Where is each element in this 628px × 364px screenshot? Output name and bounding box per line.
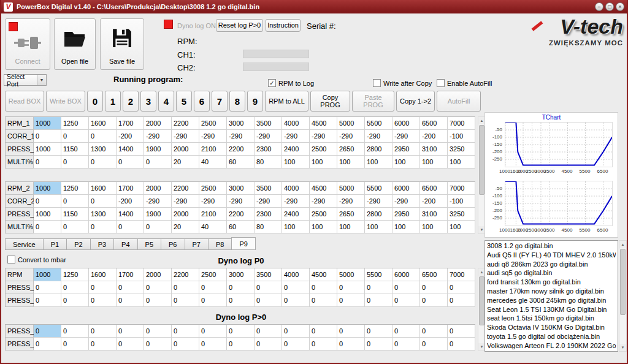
table-cell[interactable]: 0	[227, 281, 255, 294]
table-cell[interactable]: -290	[365, 130, 392, 143]
table-cell[interactable]: 0	[89, 294, 117, 307]
dropdown-arrow-icon[interactable]: ▼	[37, 75, 46, 85]
table-cell[interactable]: 4500	[310, 117, 337, 130]
table-cell[interactable]: 0	[227, 338, 255, 351]
table-cell[interactable]: 3000	[227, 268, 255, 281]
table-cell[interactable]: 5500	[365, 268, 392, 281]
checkbox-icon[interactable]	[437, 79, 445, 87]
table-cell[interactable]: -200	[117, 130, 144, 143]
table-cell[interactable]: -290	[392, 130, 420, 143]
table-cell[interactable]: 0	[117, 294, 144, 307]
table-cell[interactable]: 1250	[61, 268, 89, 281]
table-cell[interactable]: 100	[337, 221, 365, 233]
copy-prog-button[interactable]: Copy PROG	[310, 91, 350, 112]
table-cell[interactable]: 0	[117, 156, 144, 169]
table-cell[interactable]: 1250	[61, 117, 89, 130]
table-cell[interactable]: 80	[255, 156, 282, 169]
table-cell[interactable]: 1400	[117, 208, 144, 221]
table-cell[interactable]: 6000	[392, 117, 420, 130]
table-cell[interactable]: -290	[282, 195, 310, 208]
table-cell[interactable]: 60	[227, 156, 255, 169]
table-cell[interactable]: 2200	[172, 117, 199, 130]
table-cell[interactable]: 3500	[255, 268, 282, 281]
table-cell[interactable]: 0	[34, 338, 61, 351]
table-cell[interactable]: 2100	[199, 143, 227, 156]
tab-p6[interactable]: P6	[161, 238, 184, 250]
digit-button-6[interactable]: 6	[194, 91, 210, 112]
table-cell[interactable]: -290	[199, 195, 227, 208]
table-cell[interactable]: -290	[144, 130, 172, 143]
table-cell[interactable]: 0	[89, 156, 117, 169]
table-cell[interactable]: 2500	[199, 182, 227, 195]
table-cell[interactable]: -290	[199, 130, 227, 143]
tab-p3[interactable]: P3	[90, 238, 113, 250]
table-cell[interactable]: 0	[448, 281, 475, 294]
table-cell[interactable]: 1150	[61, 143, 89, 156]
table-cell[interactable]: 0	[117, 325, 144, 338]
scroll-up-icon[interactable]: ▲	[619, 241, 626, 248]
table-cell[interactable]: 1600	[89, 268, 117, 281]
table-cell[interactable]: 6500	[420, 268, 448, 281]
table-cell[interactable]: 0	[144, 325, 172, 338]
table-cell[interactable]: 2650	[337, 143, 365, 156]
table-cell[interactable]: 1600	[89, 117, 117, 130]
table-cell[interactable]: -290	[172, 130, 199, 143]
tab-p2[interactable]: P2	[66, 238, 90, 250]
table-cell[interactable]: 40	[199, 156, 227, 169]
table-cell[interactable]: 1900	[144, 208, 172, 221]
table-cell[interactable]: 0	[392, 294, 420, 307]
table-cell[interactable]: 0	[199, 281, 227, 294]
table-cell[interactable]: 1400	[117, 143, 144, 156]
table-cell[interactable]: -290	[310, 195, 337, 208]
table-cell[interactable]: 2950	[392, 143, 420, 156]
file-list-item[interactable]: Seat Leon 1.5 TSI 130KM Go Digital.bin	[487, 305, 616, 314]
digit-button-7[interactable]: 7	[212, 91, 228, 112]
table-cell[interactable]: 0	[365, 338, 392, 351]
table-cell[interactable]: 0	[61, 130, 89, 143]
table-cell[interactable]: 4000	[282, 182, 310, 195]
table-cell[interactable]: 6000	[392, 268, 420, 281]
table-cell[interactable]: 0	[117, 221, 144, 233]
copy-1-to-2-button[interactable]: Copy 1->2	[396, 91, 435, 112]
table-cell[interactable]: 100	[282, 156, 310, 169]
table-cell[interactable]: -100	[448, 195, 475, 208]
table-cell[interactable]: 4000	[282, 117, 310, 130]
table-cell[interactable]: 3000	[227, 117, 255, 130]
table-cell[interactable]: 4500	[310, 182, 337, 195]
table-cell[interactable]: 5000	[337, 182, 365, 195]
table-cell[interactable]: 0	[172, 281, 199, 294]
table-cell[interactable]: 60	[227, 221, 255, 233]
table-cell[interactable]: 3000	[227, 182, 255, 195]
table-cell[interactable]: -200	[420, 130, 448, 143]
table-cell[interactable]: 3250	[448, 143, 475, 156]
table-cell[interactable]: 0	[255, 338, 282, 351]
table-cell[interactable]: 0	[448, 294, 475, 307]
table-cell[interactable]: 100	[392, 221, 420, 233]
table-cell[interactable]: 2200	[227, 143, 255, 156]
table-cell[interactable]: 2500	[310, 143, 337, 156]
table-cell[interactable]: 0	[34, 156, 61, 169]
table-cell[interactable]: 0	[420, 294, 448, 307]
checkbox-icon[interactable]: ✓	[268, 79, 276, 87]
table-cell[interactable]: 0	[310, 294, 337, 307]
table-cell[interactable]: 0	[448, 325, 475, 338]
table-cell[interactable]: -290	[227, 195, 255, 208]
table-cell[interactable]: 1300	[89, 208, 117, 221]
table-cell[interactable]: 0	[89, 325, 117, 338]
reset-log-button[interactable]: Reset log P>0	[216, 19, 263, 32]
table-cell[interactable]: 0	[61, 325, 89, 338]
table-cell[interactable]: -290	[337, 130, 365, 143]
table-cell[interactable]: 0	[227, 294, 255, 307]
paste-prog-button[interactable]: Paste PROG	[352, 91, 394, 112]
table-cell[interactable]: 0	[392, 325, 420, 338]
select-port-dropdown[interactable]: Select Port ▼	[4, 74, 47, 86]
table-cell[interactable]: 6000	[392, 182, 420, 195]
table-cell[interactable]: 2000	[144, 182, 172, 195]
table-cell[interactable]: 0	[34, 130, 61, 143]
table-cell[interactable]: 6500	[420, 182, 448, 195]
table-cell[interactable]: -200	[117, 195, 144, 208]
table-cell[interactable]: 2800	[365, 208, 392, 221]
table-cell[interactable]: 2200	[227, 208, 255, 221]
digit-button-1[interactable]: 1	[105, 91, 121, 112]
table-cell[interactable]: 2500	[199, 117, 227, 130]
